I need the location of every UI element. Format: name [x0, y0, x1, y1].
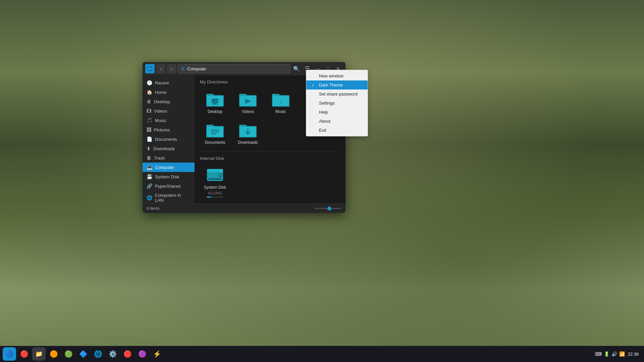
folder-music-label: Music: [275, 109, 286, 114]
menu-item-set-share-password[interactable]: Set share password: [306, 89, 368, 99]
sidebar-item-pypershared[interactable]: 🔗 PyperShared: [143, 181, 195, 191]
disk-system[interactable]: System Disk 61/234G: [200, 165, 230, 200]
menu-item-new-window[interactable]: New window: [306, 71, 368, 80]
sidebar-item-trash[interactable]: 🗑 Trash: [143, 153, 195, 163]
folder-music-icon: ♪: [271, 91, 290, 107]
trash-icon: 🗑: [147, 155, 151, 161]
folder-documents[interactable]: Documents: [200, 119, 230, 147]
taskbar-app-8[interactable]: ⚡: [150, 347, 164, 361]
sidebar-item-computers-lan[interactable]: 🌐 Computers in LAN: [143, 191, 195, 203]
sidebar: 🕐 Recent 🏠 Home 🖥 Desktop 🎞 Videos 🎵 Mus…: [143, 75, 195, 203]
svg-rect-10: [207, 169, 223, 172]
svg-text:♪: ♪: [279, 99, 282, 104]
taskbar-app-5[interactable]: 🔷: [76, 347, 90, 361]
sidebar-item-videos[interactable]: 🎞 Videos: [143, 106, 195, 116]
taskbar: 🔵 🔴 📁 🟠 🟢 🔷 🌐 ⚙️ 🔴 🟣 ⚡ ⌨ 🔋 🔊 📶 22:38: [0, 346, 644, 362]
menu-item-exit[interactable]: Exit: [306, 126, 368, 135]
videos-icon: 🎞: [147, 108, 151, 114]
check-dark-theme: ✓: [312, 83, 316, 87]
computer-icon: 💻: [147, 165, 152, 170]
sidebar-item-downloads[interactable]: ⬇ Downloads: [143, 144, 195, 153]
folder-downloads-icon: [238, 122, 257, 138]
slider-track: [315, 208, 341, 209]
search-button[interactable]: 🔍: [292, 64, 301, 73]
disk-system-size: 61/234G: [208, 191, 222, 195]
taskbar-app-filemanager[interactable]: 📁: [32, 347, 46, 361]
svg-point-13: [220, 175, 221, 176]
svg-rect-8: [211, 133, 216, 134]
folder-desktop[interactable]: Desktop: [200, 88, 230, 117]
recent-icon: 🕐: [147, 80, 152, 85]
disk-system-name: System Disk: [204, 185, 226, 190]
taskbar-app-1[interactable]: 🔴: [17, 347, 31, 361]
disk-system-bar: [207, 196, 223, 198]
folder-documents-icon: [206, 122, 224, 138]
desktop-icon: 🖥: [147, 99, 151, 104]
sidebar-item-home[interactable]: 🏠 Home: [143, 87, 195, 97]
taskbar-app-settings[interactable]: ⚙️: [106, 347, 119, 361]
sidebar-item-recent[interactable]: 🕐 Recent: [143, 78, 195, 87]
back-button[interactable]: ‹: [156, 64, 165, 73]
disks-grid: System Disk 61/234G: [200, 165, 340, 200]
folder-desktop-label: Desktop: [208, 109, 222, 114]
folder-downloads-label: Downloads: [238, 140, 258, 145]
clock: 22:38: [628, 352, 639, 357]
taskbar-app-chrome[interactable]: 🌐: [91, 347, 105, 361]
sidebar-item-computer[interactable]: 💻 Computer: [143, 163, 195, 172]
battery-icon: 🔋: [604, 351, 609, 357]
svg-rect-1: [212, 99, 218, 103]
home-icon: 🏠: [147, 89, 152, 95]
taskbar-app-3[interactable]: 🟠: [47, 347, 60, 361]
taskbar-right: ⌨ 🔋 🔊 📶 22:38: [595, 351, 641, 357]
sidebar-item-pictures[interactable]: 🖼 Pictures: [143, 125, 195, 134]
forward-button[interactable]: ›: [167, 64, 176, 73]
svg-rect-3: [214, 103, 216, 105]
address-icon: 🖥: [180, 66, 185, 71]
slider-thumb: [327, 206, 331, 210]
sidebar-item-documents[interactable]: 📄 Documents: [143, 134, 195, 144]
menu-item-dark-theme[interactable]: ✓ Dark Theme: [306, 80, 368, 89]
folder-videos-icon: [238, 91, 257, 107]
disk-system-fill: [207, 196, 211, 198]
svg-rect-11: [208, 178, 222, 180]
disk-system-icon: [206, 168, 224, 184]
folder-videos-label: Videos: [242, 109, 254, 114]
context-menu: New window ✓ Dark Theme Set share passwo…: [306, 70, 368, 136]
pypershared-icon: 🔗: [147, 183, 152, 189]
keyboard-icon: ⌨: [595, 351, 602, 357]
folder-downloads[interactable]: Downloads: [233, 119, 263, 147]
pictures-icon: 🖼: [147, 127, 151, 132]
items-count: 8 items: [147, 206, 160, 211]
downloads-icon: ⬇: [147, 146, 151, 151]
taskbar-app-6[interactable]: 🔴: [121, 347, 134, 361]
taskbar-app-start[interactable]: 🔵: [3, 347, 16, 361]
menu-item-help[interactable]: Help: [306, 108, 368, 117]
taskbar-system-icons: ⌨ 🔋 🔊 📶: [595, 351, 625, 357]
taskbar-app-7[interactable]: 🟣: [136, 347, 149, 361]
music-icon: 🎵: [147, 118, 152, 123]
sidebar-item-music[interactable]: 🎵 Music: [143, 116, 195, 125]
system-disk-icon: 💾: [147, 174, 152, 179]
taskbar-app-4[interactable]: 🟢: [62, 347, 75, 361]
menu-item-settings[interactable]: Settings: [306, 99, 368, 108]
internal-disk-label: Internal Disk: [200, 156, 340, 161]
lan-icon: 🌐: [147, 195, 152, 200]
documents-icon: 📄: [147, 136, 152, 142]
sidebar-item-desktop[interactable]: 🖥 Desktop: [143, 97, 195, 106]
folder-videos[interactable]: Videos: [233, 88, 263, 117]
volume-icon: 🔊: [611, 351, 617, 357]
svg-rect-6: [211, 129, 219, 130]
section-divider-1: [200, 152, 340, 152]
address-bar[interactable]: 🖥 Computer: [177, 64, 290, 73]
app-logo: [145, 64, 155, 73]
size-slider[interactable]: [315, 208, 341, 209]
menu-item-about[interactable]: About: [306, 117, 368, 126]
folder-documents-label: Documents: [205, 140, 225, 145]
svg-rect-7: [211, 131, 219, 132]
sidebar-item-system-disk[interactable]: 💾 System Disk: [143, 172, 195, 181]
status-bar: 8 items: [143, 203, 345, 213]
folder-music[interactable]: ♪ Music: [266, 88, 296, 117]
address-text: Computer: [187, 66, 206, 71]
folder-desktop-icon: [206, 91, 224, 107]
wifi-icon: 📶: [619, 351, 625, 357]
